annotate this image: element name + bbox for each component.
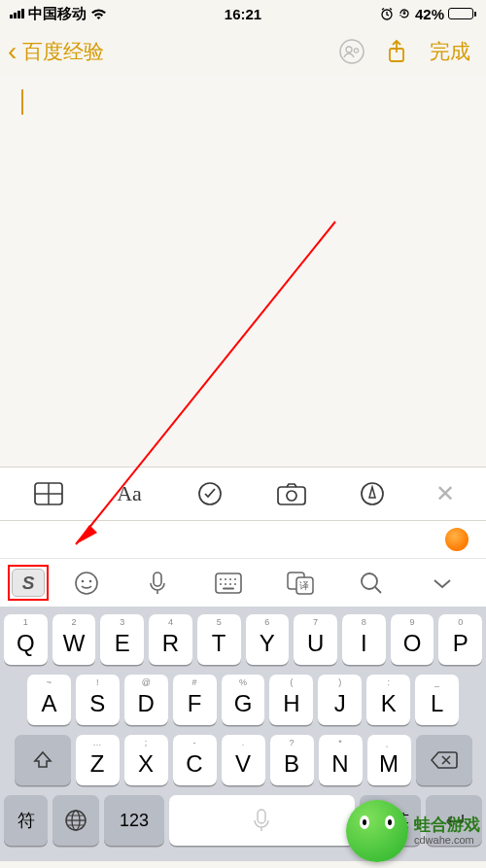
key-o[interactable]: 9O bbox=[391, 614, 434, 665]
status-right: 42% bbox=[380, 6, 476, 22]
watermark-frog-icon bbox=[346, 800, 408, 862]
svg-rect-18 bbox=[154, 573, 161, 586]
svg-point-32 bbox=[362, 573, 377, 589]
ime-avatar-icon[interactable] bbox=[445, 528, 469, 551]
svg-text:译: 译 bbox=[299, 580, 309, 591]
voice-icon[interactable] bbox=[141, 567, 174, 600]
key-e[interactable]: 3E bbox=[100, 614, 144, 665]
emoji-icon[interactable] bbox=[70, 567, 103, 600]
space-key[interactable] bbox=[169, 795, 355, 846]
shift-key[interactable] bbox=[15, 735, 71, 785]
key-v[interactable]: .V bbox=[222, 735, 265, 785]
key-t[interactable]: 5T bbox=[197, 614, 241, 665]
collapse-keyboard-icon[interactable] bbox=[426, 567, 459, 600]
alarm-icon bbox=[380, 7, 394, 20]
key-y[interactable]: 6Y bbox=[246, 614, 290, 665]
svg-point-27 bbox=[234, 583, 236, 585]
key-q[interactable]: 1Q bbox=[4, 614, 48, 665]
carrier-label: 中国移动 bbox=[28, 5, 87, 23]
svg-point-16 bbox=[81, 579, 84, 582]
svg-point-24 bbox=[220, 583, 222, 585]
sogou-logo-button[interactable]: S bbox=[12, 569, 45, 597]
table-icon[interactable] bbox=[31, 476, 66, 511]
svg-point-26 bbox=[229, 583, 231, 585]
keyboard-row-1: 1Q2W3E4R5T6Y7U8I9O0P bbox=[4, 614, 482, 665]
note-editor[interactable] bbox=[0, 76, 486, 467]
status-left: 中国移动 bbox=[10, 5, 107, 23]
markup-icon[interactable] bbox=[355, 476, 390, 511]
svg-point-22 bbox=[229, 578, 231, 580]
share-icon[interactable] bbox=[377, 32, 416, 71]
status-time: 16:21 bbox=[225, 6, 261, 22]
nav-bar: ‹ 百度经验 完成 bbox=[0, 27, 486, 76]
key-n[interactable]: *N bbox=[319, 735, 363, 785]
key-l[interactable]: _L bbox=[415, 675, 459, 725]
text-format-button[interactable]: Aa bbox=[112, 476, 147, 511]
wifi-icon bbox=[90, 8, 107, 20]
ime-toolbar: S 译 bbox=[0, 558, 486, 607]
watermark: 蛙合游戏 cdwahe.com bbox=[346, 800, 480, 862]
key-g[interactable]: %G bbox=[222, 675, 265, 725]
translate-icon[interactable]: 译 bbox=[284, 567, 317, 600]
search-icon[interactable] bbox=[355, 567, 388, 600]
ime-avatar-strip bbox=[0, 521, 486, 558]
globe-key[interactable] bbox=[52, 795, 99, 846]
svg-line-33 bbox=[375, 587, 381, 593]
key-f[interactable]: #F bbox=[173, 675, 217, 725]
symbol-key[interactable]: 符 bbox=[4, 795, 48, 846]
orientation-lock-icon bbox=[398, 7, 411, 20]
key-k[interactable]: :K bbox=[366, 675, 410, 725]
svg-point-20 bbox=[220, 578, 222, 580]
backspace-key[interactable] bbox=[416, 735, 472, 785]
svg-point-23 bbox=[234, 578, 236, 580]
battery-percent: 42% bbox=[415, 6, 444, 22]
key-x[interactable]: ;X bbox=[124, 735, 168, 785]
svg-point-21 bbox=[225, 578, 226, 580]
key-d[interactable]: @D bbox=[124, 675, 168, 725]
svg-point-4 bbox=[354, 49, 358, 52]
key-h[interactable]: (H bbox=[269, 675, 313, 725]
svg-point-3 bbox=[346, 47, 352, 52]
key-w[interactable]: 2W bbox=[52, 614, 96, 665]
key-i[interactable]: 8I bbox=[342, 614, 386, 665]
keyboard-row-3: …Z;X-C.V?B*N、M bbox=[4, 735, 482, 785]
svg-point-13 bbox=[287, 491, 296, 501]
watermark-text: 蛙合游戏 cdwahe.com bbox=[414, 816, 480, 847]
signal-icon bbox=[10, 9, 24, 18]
key-c[interactable]: -C bbox=[173, 735, 217, 785]
key-j[interactable]: )J bbox=[318, 675, 362, 725]
number-key[interactable]: 123 bbox=[104, 795, 164, 846]
back-label[interactable]: 百度经验 bbox=[22, 38, 104, 65]
key-a[interactable]: ~A bbox=[27, 675, 71, 725]
key-r[interactable]: 4R bbox=[149, 614, 192, 665]
key-z[interactable]: …Z bbox=[76, 735, 120, 785]
status-bar: 中国移动 16:21 42% bbox=[0, 0, 486, 27]
keyboard-switch-icon[interactable] bbox=[212, 567, 245, 600]
key-b[interactable]: ?B bbox=[270, 735, 314, 785]
key-s[interactable]: !S bbox=[76, 675, 120, 725]
key-u[interactable]: 7U bbox=[294, 614, 337, 665]
svg-rect-1 bbox=[403, 12, 406, 14]
camera-icon[interactable] bbox=[274, 476, 309, 511]
key-p[interactable]: 0P bbox=[438, 614, 482, 665]
note-toolbar: Aa ✕ bbox=[0, 467, 486, 521]
back-chevron-icon[interactable]: ‹ bbox=[8, 36, 17, 67]
keyboard-row-2: ~A!S@D#F%G(H)J:K_L bbox=[4, 675, 482, 725]
key-m[interactable]: 、M bbox=[367, 735, 411, 785]
done-button[interactable]: 完成 bbox=[422, 38, 478, 65]
svg-point-17 bbox=[88, 579, 91, 582]
svg-point-25 bbox=[225, 583, 226, 585]
svg-rect-28 bbox=[223, 587, 234, 589]
text-cursor bbox=[21, 89, 23, 115]
toolbar-close-icon[interactable]: ✕ bbox=[435, 480, 455, 507]
share-people-icon[interactable] bbox=[332, 32, 371, 71]
annotation-highlight-box: S bbox=[8, 565, 49, 601]
svg-rect-12 bbox=[278, 487, 305, 504]
svg-rect-19 bbox=[216, 573, 241, 593]
svg-point-15 bbox=[76, 573, 97, 594]
battery-icon bbox=[448, 8, 476, 19]
checklist-icon[interactable] bbox=[192, 476, 227, 511]
svg-rect-37 bbox=[258, 810, 265, 823]
